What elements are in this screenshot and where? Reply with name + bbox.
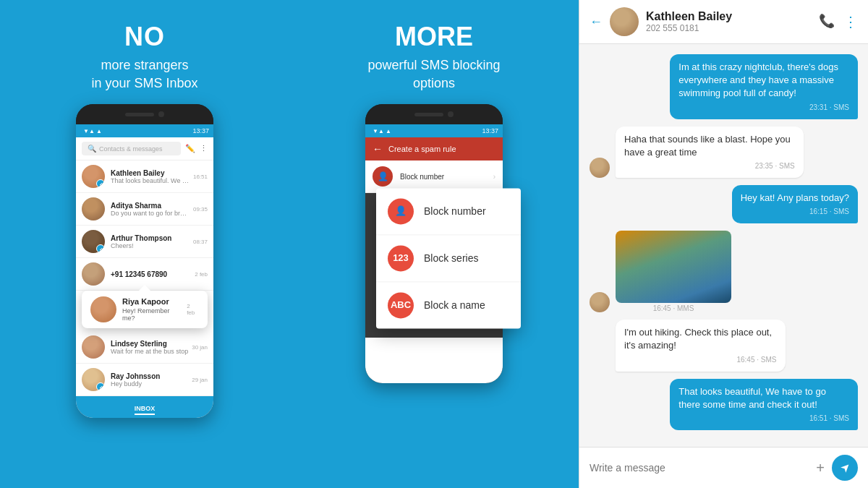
- sms-screen: 🔍 Contacts & messages ✏️ ⋮ ✓ Kathleen Ba…: [76, 137, 213, 418]
- more-options-icon[interactable]: ⋮: [843, 13, 858, 30]
- popup-msg: Hey! Remember me?: [122, 307, 181, 322]
- contact-list: ✓ Kathleen Bailey That looks beautiful. …: [76, 160, 213, 291]
- list-item[interactable]: ✓ Arthur Thompson Cheers! 08:37: [76, 226, 213, 258]
- avatar: [82, 197, 105, 221]
- received-image-message: 16:45 · MMS: [590, 231, 858, 312]
- received-avatar: [590, 158, 610, 178]
- badge-icon: ✓: [96, 179, 105, 188]
- message-bubble: Hey kat! Any plans today? 16:15 · SMS: [732, 185, 858, 223]
- received-message: Haha that sounds like a blast. Hope you …: [590, 127, 858, 178]
- avatar: [82, 335, 105, 359]
- sms-toolbar: 🔍 Contacts & messages ✏️ ⋮: [76, 137, 213, 160]
- popup-name: Riya Kapoor: [122, 297, 181, 306]
- message-image: [616, 231, 731, 303]
- avatar: ✓: [82, 165, 105, 188]
- block-option-label: Block a name: [424, 299, 485, 311]
- search-box[interactable]: 🔍 Contacts & messages: [82, 142, 181, 155]
- popup-avatar: [90, 296, 116, 322]
- status-bar-mid: ▼▲ ▲ 13:37: [365, 124, 503, 137]
- avatar: ✓: [82, 230, 105, 253]
- left-panel: NO more strangers in your SMS Inbox ▼▲ ▲…: [0, 0, 289, 488]
- received-avatar: [590, 292, 610, 312]
- block-option-item[interactable]: 123 Block series: [376, 235, 521, 282]
- chat-header-actions: 📞 ⋮: [819, 13, 858, 30]
- middle-subtext: powerful SMS blocking options: [367, 56, 500, 93]
- message-bubble: I'm out hiking. Check this place out, it…: [616, 320, 786, 371]
- chat-messages: Im at this crazy nightclub, there's dogs…: [579, 44, 868, 447]
- chevron-right-icon: ›: [493, 173, 495, 181]
- back-icon[interactable]: ←: [373, 143, 383, 155]
- block-option-item[interactable]: ABC Block a name: [376, 282, 521, 328]
- phone-speaker: [125, 113, 154, 116]
- chat-input-bar: + ➤: [579, 447, 868, 488]
- block-options-list: 👤 Block number 123 Block series ABC Bloc…: [376, 188, 521, 328]
- chat-header: ← Kathleen Bailey 202 555 0181 📞 ⋮: [579, 0, 868, 44]
- send-button[interactable]: ➤: [832, 455, 858, 481]
- left-phone-mockup: ▼▲ ▲ 13:37 🔍 Contacts & messages ✏️ ⋮ ✓ …: [76, 104, 213, 418]
- list-item[interactable]: Lindsey Sterling Wait for me at the bus …: [76, 331, 213, 364]
- right-panel: ← Kathleen Bailey 202 555 0181 📞 ⋮ Im at…: [579, 0, 868, 488]
- middle-headline: MORE: [395, 22, 473, 52]
- contact-phone: 202 555 0181: [646, 23, 819, 33]
- sent-message: That looks beautiful, We have to go ther…: [590, 379, 858, 430]
- chat-avatar: [610, 7, 639, 36]
- message-input[interactable]: [590, 462, 809, 474]
- edit-icon[interactable]: ✏️: [185, 144, 195, 153]
- phone-icon[interactable]: 📞: [819, 13, 835, 30]
- block-number-label: Block number: [400, 173, 444, 181]
- received-text-message: I'm out hiking. Check this place out, it…: [590, 320, 858, 371]
- block-toolbar-title: Create a spam rule: [388, 145, 456, 153]
- sent-message: Im at this crazy nightclub, there's dogs…: [590, 54, 858, 119]
- left-subtext: more strangers in your SMS Inbox: [91, 56, 197, 93]
- list-item[interactable]: Aditya Sharma Do you want to go for brea…: [76, 193, 213, 226]
- message-bubble: Im at this crazy nightclub, there's dogs…: [670, 54, 858, 119]
- search-icon: 🔍: [88, 145, 96, 153]
- sent-message: Hey kat! Any plans today? 16:15 · SMS: [590, 185, 858, 223]
- bottom-tab-bar: INBOX: [76, 396, 213, 418]
- middle-panel: MORE powerful SMS blocking options ▼▲ ▲ …: [289, 0, 579, 488]
- left-headline: NO: [124, 22, 165, 52]
- message-bubble: That looks beautiful, We have to go ther…: [670, 379, 858, 430]
- block-options-popup: 👤 Block number 123 Block series ABC Bloc…: [376, 188, 521, 328]
- popup-time: 2 feb: [187, 303, 199, 316]
- contact-popup[interactable]: Riya Kapoor Hey! Remember me? 2 feb: [82, 291, 208, 328]
- block-option-label: Block number: [424, 205, 486, 217]
- block-option-icon: 👤: [388, 198, 414, 224]
- attach-icon[interactable]: +: [816, 460, 825, 476]
- phone-camera-mid: [448, 111, 454, 117]
- block-number-icon: 👤: [373, 166, 393, 187]
- phone-camera: [158, 111, 164, 117]
- contact-list-after: Lindsey Sterling Wait for me at the bus …: [76, 331, 213, 396]
- back-button[interactable]: ←: [590, 14, 603, 30]
- avatar: ✓: [82, 368, 105, 391]
- list-item[interactable]: ✓ Ray Johnsson Hey buddy 29 jan: [76, 364, 213, 396]
- phone-speaker-mid: [414, 113, 443, 116]
- image-bubble: 16:45 · MMS: [616, 231, 731, 312]
- avatar: [82, 262, 105, 286]
- badge-icon: ✓: [96, 244, 105, 253]
- block-toolbar: ← Create a spam rule: [365, 137, 503, 160]
- block-option-item[interactable]: 👤 Block number: [376, 188, 521, 235]
- list-item[interactable]: ✓ Kathleen Bailey That looks beautiful. …: [76, 160, 213, 193]
- send-icon: ➤: [837, 459, 854, 476]
- contact-name: Kathleen Bailey: [646, 10, 819, 23]
- chat-header-info: Kathleen Bailey 202 555 0181: [646, 10, 819, 33]
- block-option-label: Block series: [424, 252, 478, 264]
- inbox-tab[interactable]: INBOX: [135, 405, 156, 415]
- message-bubble: Haha that sounds like a blast. Hope you …: [616, 127, 804, 178]
- block-option-icon: 123: [388, 245, 414, 271]
- popup-container: Riya Kapoor Hey! Remember me? 2 feb: [76, 291, 213, 328]
- status-bar: ▼▲ ▲ 13:37: [76, 124, 213, 137]
- block-option-icon: ABC: [388, 292, 414, 318]
- more-icon[interactable]: ⋮: [200, 144, 208, 153]
- badge-icon: ✓: [96, 382, 105, 391]
